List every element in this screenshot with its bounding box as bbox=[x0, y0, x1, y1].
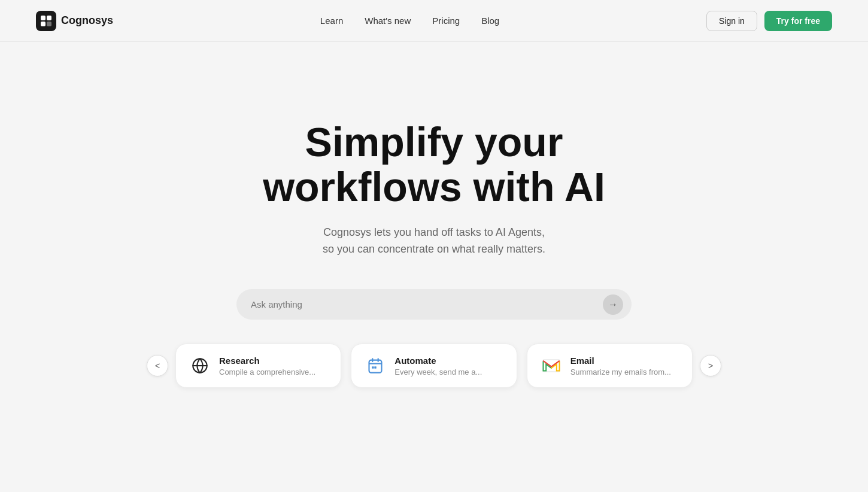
navbar: Cognosys Learn What's new Pricing Blog S… bbox=[0, 0, 868, 42]
card-research-title: Research bbox=[219, 356, 315, 366]
svg-rect-3 bbox=[41, 22, 45, 26]
card-email-content: Email Summarize my emails from... bbox=[570, 356, 671, 376]
nav-links: Learn What's new Pricing Blog bbox=[320, 16, 499, 26]
gmail-icon bbox=[541, 355, 562, 376]
svg-rect-11 bbox=[372, 366, 374, 369]
suggestion-card-automate[interactable]: Automate Every week, send me a... bbox=[351, 344, 517, 388]
search-input[interactable] bbox=[236, 289, 632, 320]
sign-in-button[interactable]: Sign in bbox=[706, 11, 757, 31]
nav-link-whats-new[interactable]: What's new bbox=[365, 16, 411, 26]
nav-link-learn[interactable]: Learn bbox=[320, 16, 343, 26]
search-submit-button[interactable]: → bbox=[603, 294, 623, 315]
suggestion-carousel: < Research Compile a comprehensive... bbox=[147, 339, 721, 393]
calendar-icon bbox=[365, 355, 386, 376]
hero-section: Simplify your workflows with AI Cognosys… bbox=[0, 42, 868, 429]
card-email-title: Email bbox=[570, 356, 671, 366]
arrow-right-icon: → bbox=[608, 299, 618, 310]
cognosys-logo-icon bbox=[36, 11, 56, 31]
suggestion-card-email[interactable]: Email Summarize my emails from... bbox=[527, 344, 693, 388]
nav-actions: Sign in Try for free bbox=[706, 11, 832, 31]
suggestion-cards-container: Research Compile a comprehensive... bbox=[168, 339, 700, 393]
logo[interactable]: Cognosys bbox=[36, 11, 113, 31]
card-email-desc: Summarize my emails from... bbox=[570, 368, 671, 376]
svg-rect-1 bbox=[41, 16, 45, 20]
card-automate-desc: Every week, send me a... bbox=[394, 368, 482, 376]
svg-rect-12 bbox=[375, 366, 377, 369]
try-free-button[interactable]: Try for free bbox=[764, 11, 832, 31]
svg-rect-4 bbox=[47, 22, 51, 26]
card-research-content: Research Compile a comprehensive... bbox=[219, 356, 315, 376]
nav-link-pricing[interactable]: Pricing bbox=[432, 16, 460, 26]
card-automate-content: Automate Every week, send me a... bbox=[394, 356, 482, 376]
search-bar-wrapper: → bbox=[236, 289, 632, 320]
suggestion-card-research[interactable]: Research Compile a comprehensive... bbox=[175, 344, 341, 388]
nav-link-blog[interactable]: Blog bbox=[481, 16, 499, 26]
hero-subtitle: Cognosys lets you hand off tasks to AI A… bbox=[323, 224, 545, 259]
carousel-next-button[interactable]: > bbox=[700, 355, 721, 376]
svg-rect-2 bbox=[47, 16, 51, 20]
card-research-desc: Compile a comprehensive... bbox=[219, 368, 315, 376]
hero-title: Simplify your workflows with AI bbox=[263, 120, 605, 209]
carousel-prev-button[interactable]: < bbox=[147, 355, 168, 376]
card-automate-title: Automate bbox=[394, 356, 482, 366]
globe-icon bbox=[189, 355, 211, 376]
svg-rect-0 bbox=[36, 11, 56, 31]
logo-text: Cognosys bbox=[61, 14, 113, 27]
